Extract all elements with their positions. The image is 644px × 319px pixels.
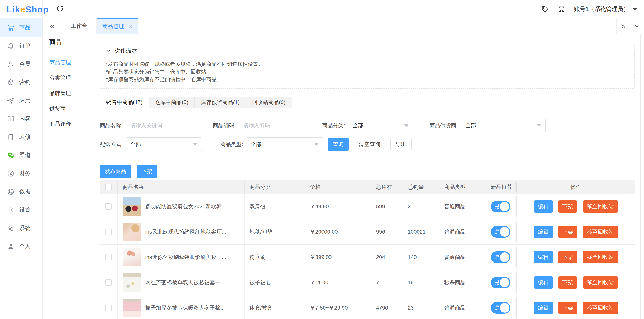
- recommend-toggle[interactable]: 是: [491, 226, 510, 238]
- account-name: 账号1（系统管理员）: [574, 5, 629, 13]
- edit-button[interactable]: 编辑: [534, 302, 553, 314]
- sidebar-item-label: 系统: [19, 224, 31, 232]
- sidebar-item-goods[interactable]: 商品: [0, 19, 42, 37]
- goods-category-select[interactable]: 全部: [348, 119, 413, 132]
- off-shelf-bulk-button[interactable]: 下架: [136, 165, 157, 178]
- tab-workbench[interactable]: 工作台: [62, 19, 97, 34]
- tablet-icon: [7, 133, 14, 141]
- sidebar-item-members[interactable]: 会员: [0, 55, 42, 73]
- clear-search-button[interactable]: 清空查询: [354, 138, 386, 151]
- off-shelf-button[interactable]: 下架: [558, 251, 578, 263]
- product-name: ins迷你化妆刷套装眼影刷美妆工...: [145, 253, 226, 261]
- move-to-recycle-button[interactable]: 移至回收站: [583, 226, 618, 238]
- product-price: ￥7.80~￥29.90: [305, 295, 371, 319]
- move-to-recycle-button[interactable]: 移至回收站: [583, 251, 618, 263]
- edit-button[interactable]: 编辑: [534, 200, 553, 213]
- tabs-menu-icon[interactable]: [630, 19, 644, 34]
- tip-line: *发布商品时可选统一规格或者多规格，满足商品不同销售属性设置。: [106, 60, 629, 68]
- page-tab-bar: « 工作台 商品管理 × »: [42, 19, 644, 34]
- move-to-recycle-button[interactable]: 移至回收站: [583, 200, 618, 213]
- recommend-toggle[interactable]: 是: [491, 302, 510, 314]
- edit-button[interactable]: 编辑: [534, 251, 553, 263]
- sidebar-item-label: 财务: [19, 169, 31, 177]
- close-tab-icon[interactable]: ×: [128, 23, 132, 30]
- refresh-icon[interactable]: [56, 5, 64, 14]
- goods-type-select[interactable]: 全部: [246, 137, 323, 151]
- edit-button[interactable]: 编辑: [534, 226, 553, 238]
- off-shelf-button[interactable]: 下架: [558, 226, 578, 238]
- tab-stock-warning[interactable]: 库存预警商品(1): [195, 97, 246, 108]
- goods-code-input[interactable]: [239, 119, 304, 132]
- sidebar-item-content[interactable]: 内容: [0, 110, 42, 128]
- off-shelf-button[interactable]: 下架: [558, 302, 578, 314]
- row-checkbox[interactable]: [105, 304, 112, 311]
- goods-supplier-select[interactable]: 全部: [461, 119, 546, 132]
- filter-row-1: 商品名称: 商品编码: 商品分类: 全部 商品供货商: 全部: [100, 119, 635, 132]
- tab-on-sale[interactable]: 销售中商品(17): [100, 97, 149, 108]
- row-checkbox[interactable]: [105, 229, 112, 235]
- select-all-checkbox[interactable]: [105, 184, 112, 190]
- toggle-knob: [500, 227, 509, 237]
- sidebar-item-marketing[interactable]: 营销: [0, 73, 42, 91]
- goods-name-input[interactable]: [126, 119, 190, 132]
- move-to-recycle-button[interactable]: 移至回收站: [583, 302, 618, 314]
- sidebar-item-profile[interactable]: 个人: [0, 237, 42, 255]
- collapse-tabs-left-icon[interactable]: «: [42, 19, 62, 34]
- chevron-down-icon: [106, 48, 112, 53]
- search-button[interactable]: 查询: [328, 138, 349, 151]
- recommend-toggle[interactable]: 是: [491, 251, 510, 263]
- tag-icon[interactable]: [541, 5, 549, 13]
- move-to-recycle-button[interactable]: 移至回收站: [583, 276, 618, 289]
- sidebar-item-finance[interactable]: 财务: [0, 164, 42, 183]
- bell-icon: [7, 42, 14, 50]
- sidebar-item-system[interactable]: 系统: [0, 219, 42, 237]
- row-checkbox[interactable]: [105, 254, 112, 260]
- app-window: LikeShop 商品 订单 会员 营销 应用 内容 装修: [0, 0, 644, 319]
- yen-circle-icon: [7, 170, 14, 177]
- paper-plane-icon: [7, 97, 14, 104]
- recommend-toggle[interactable]: 是: [491, 277, 510, 288]
- col-header-category: 商品分类: [244, 180, 305, 194]
- off-shelf-button[interactable]: 下架: [558, 276, 578, 289]
- submenu-item-goods-review[interactable]: 商品评价: [42, 116, 89, 132]
- tips-body: *发布商品时可选统一规格或者多规格，满足商品不同销售属性设置。 *商品售卖状态分…: [106, 57, 629, 83]
- toggle-knob: [500, 202, 509, 211]
- scroll-tabs-right-icon[interactable]: »: [616, 19, 630, 34]
- row-checkbox[interactable]: [105, 279, 112, 286]
- account-caret-icon: [632, 8, 638, 11]
- fullscreen-icon[interactable]: [558, 5, 566, 13]
- edit-button[interactable]: 编辑: [534, 276, 553, 289]
- product-stock: 204: [371, 244, 403, 270]
- submenu-item-category-manage[interactable]: 分类管理: [42, 70, 89, 86]
- sidebar-item-label: 渠道: [19, 151, 31, 159]
- recommend-toggle[interactable]: 是: [491, 201, 510, 212]
- sidebar-item-orders[interactable]: 订单: [0, 37, 42, 55]
- delivery-label: 配送方式:: [100, 141, 123, 148]
- tab-recycle-bin[interactable]: 回收站商品(0): [246, 97, 292, 108]
- sidebar-item-decorate[interactable]: 装修: [0, 128, 42, 146]
- submenu-item-goods-manage[interactable]: 商品管理: [42, 55, 89, 70]
- tab-in-warehouse[interactable]: 仓库中商品(5): [149, 97, 195, 108]
- tab-goods-manage[interactable]: 商品管理 ×: [97, 19, 138, 34]
- sidebar-item-channels[interactable]: 渠道: [0, 146, 42, 164]
- publish-goods-button[interactable]: 发布商品: [100, 165, 131, 178]
- sidebar-item-data[interactable]: 数据: [0, 183, 42, 201]
- export-button[interactable]: 导出: [390, 138, 412, 151]
- off-shelf-button[interactable]: 下架: [558, 200, 578, 213]
- sidebar-item-label: 会员: [19, 60, 31, 68]
- delivery-select[interactable]: 全部: [126, 137, 202, 151]
- scrollbar-track[interactable]: [640, 34, 640, 319]
- sidebar-item-apps[interactable]: 应用: [0, 91, 42, 110]
- product-sales: 19: [403, 270, 439, 295]
- account-menu[interactable]: 账号1（系统管理员）: [574, 5, 638, 13]
- product-price: ￥20000.00: [305, 219, 371, 244]
- table-row: 多功能防盗双肩包女2021新款韩... 双肩包 ￥49.90 599 2 普通商…: [100, 194, 635, 219]
- tips-header[interactable]: 操作提示: [106, 44, 629, 57]
- submenu-item-supplier[interactable]: 供货商: [42, 101, 89, 116]
- sidebar-item-settings[interactable]: 设置: [0, 201, 42, 219]
- submenu-item-brand-manage[interactable]: 品牌管理: [42, 86, 89, 101]
- wechat-icon: [7, 151, 14, 159]
- row-checkbox[interactable]: [105, 203, 112, 210]
- table-row: ins迷你化妆刷套装眼影刷美妆工... 粉底刷 ￥399.00 204 140 …: [100, 244, 635, 270]
- submenu-title: 商品: [42, 34, 89, 50]
